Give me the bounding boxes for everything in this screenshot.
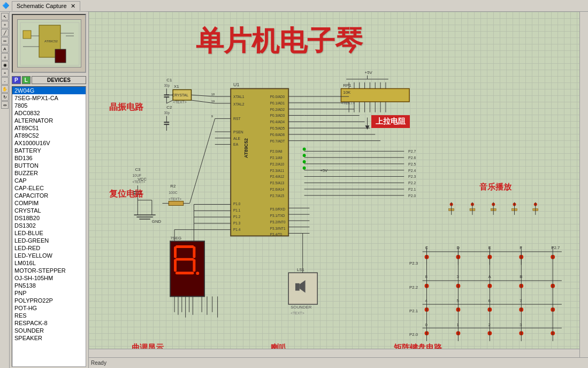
svg-rect-178 [175,272,194,274]
device-item-LED-YELLOW[interactable]: LED-YELLOW [12,252,86,259]
svg-point-233 [487,307,492,312]
svg-text:C3: C3 [135,167,141,172]
device-item-7SEG[interactable]: 7SEG-MPX1-CA [12,94,86,102]
device-item-POLYPRO22P[interactable]: POLYPRO22P [12,297,86,304]
circuit-title: 单片机电子琴 [196,22,363,60]
device-item-LED-GREEN[interactable]: LED-GREEN [12,237,86,244]
svg-text:P2.0/A8: P2.0/A8 [270,149,282,153]
vertical-scrollbar[interactable] [579,12,588,357]
tab-p[interactable]: P [12,76,21,84]
svg-text:<TEXT>: <TEXT> [169,197,181,201]
svg-point-242 [456,331,460,335]
device-item-AX1000U16V[interactable]: AX1000U16V [12,139,86,147]
svg-text:5: 5 [456,298,459,303]
device-item-CRYSTAL[interactable]: CRYSTAL [12,207,86,214]
svg-text:100C: 100C [169,191,177,194]
svg-text:ALE: ALE [233,137,240,140]
circuit-svg: AT89C52 U1 XTAL1 XTAL2 RST PSEN ALE EA P… [89,12,588,368]
svg-text:P0.2/AD2: P0.2/AD2 [270,108,285,111]
device-item-DS1302[interactable]: DS1302 [12,222,86,229]
rotate-tool[interactable]: ↻ [1,93,9,101]
svg-text:P3.3/INT1: P3.3/INT1 [270,227,286,230]
device-item-AT89C51[interactable]: AT89C51 [12,124,86,132]
tab-devices[interactable]: DEVICES [32,76,86,84]
power-tool[interactable]: ⏚ [1,53,9,61]
device-item-COMPIM[interactable]: COMPIM [12,199,86,207]
svg-text:U1: U1 [233,82,239,87]
device-list[interactable]: 2W04G 7SEG-MPX1-CA 7805 ADC0832 ALTERNAT… [12,86,86,367]
svg-text:P2.1: P2.1 [408,187,416,191]
svg-text:P2.5: P2.5 [408,162,416,166]
svg-text:10UF: 10UF [133,174,142,177]
svg-point-243 [487,331,492,335]
select-tool[interactable]: ↖ [1,13,9,20]
device-item-LED-BLUE[interactable]: LED-BLUE [12,229,86,237]
svg-text:P3.0/RXD: P3.0/RXD [270,207,286,211]
zoom-in-tool[interactable]: + [1,69,9,77]
svg-text:P2.0: P2.0 [409,332,418,337]
svg-rect-69 [173,89,191,100]
svg-text:<TEXT>: <TEXT> [341,101,355,105]
svg-text:E: E [488,245,491,250]
svg-text:P2.0: P2.0 [408,194,416,198]
device-item-BUZZER[interactable]: BUZZER [12,169,86,177]
svg-text:+5V: +5V [320,168,328,173]
svg-rect-177 [175,258,194,261]
device-item-ADC0832[interactable]: ADC0832 [12,109,86,117]
device-item-DS18B20[interactable]: DS18B20 [12,214,86,222]
svg-rect-174 [170,241,204,296]
device-item-LM016L[interactable]: LM016L [12,259,86,267]
device-item-RES[interactable]: RES [12,312,86,319]
zoom-out-tool[interactable]: - [1,77,9,85]
canvas-area[interactable]: AT89C52 U1 XTAL1 XTAL2 RST PSEN ALE EA P… [89,12,588,368]
svg-rect-262 [491,208,496,211]
device-item-CAPACITOR[interactable]: CAPACITOR [12,192,86,199]
device-item-MOTOR-STEPPER[interactable]: MOTOR-STEPPER [12,267,86,274]
component-tool[interactable]: + [1,21,9,28]
device-item-SPEAKER[interactable]: SPEAKER [12,334,86,342]
svg-text:P2.1: P2.1 [409,309,418,313]
mirror-tool[interactable]: ⇔ [1,101,9,109]
svg-text:P2.4/A12: P2.4/A12 [270,175,285,178]
svg-text:B: B [520,274,522,279]
device-item-CAP-ELEC[interactable]: CAP-ELEC [12,184,86,192]
svg-text:7SEG: 7SEG [170,236,181,241]
probe-tool[interactable]: ◉ [1,61,9,69]
svg-text:R2: R2 [170,184,175,189]
close-tab-icon[interactable]: ✕ [71,3,75,9]
svg-text:X1: X1 [174,84,179,89]
device-item-POT-HG[interactable]: POT-HG [12,304,86,312]
device-item-PNP[interactable]: PNP [12,289,86,297]
tab-l[interactable]: L [22,76,30,84]
svg-text:P1.0: P1.0 [233,202,241,206]
device-item-BUTTON[interactable]: BUTTON [12,162,86,169]
svg-line-88 [166,100,173,103]
device-item-2W04G[interactable]: 2W04G [12,87,86,94]
device-item-OJ-SH-105HM[interactable]: OJ-SH-105HM [12,274,86,282]
svg-text:P2.7: P2.7 [408,149,416,153]
device-item-BD136[interactable]: BD136 [12,154,86,162]
schematic-tab[interactable]: Schematic Capture ✕ [12,1,80,11]
svg-text:P0.3/AD3: P0.3/AD3 [270,114,285,117]
svg-text:EA: EA [233,142,239,146]
wire-tool[interactable]: ╱ [1,29,9,36]
svg-text:8: 8 [425,274,428,279]
pan-tool[interactable]: ✋ [1,85,9,93]
device-item-AT89C52[interactable]: AT89C52 [12,132,86,139]
device-item-BATTERY[interactable]: BATTERY [12,147,86,154]
svg-point-206 [456,255,460,259]
device-item-7805[interactable]: 7805 [12,102,86,109]
device-item-PN5138[interactable]: PN5138 [12,282,86,289]
svg-text:P3.1/TXD: P3.1/TXD [270,214,285,217]
bus-tool[interactable]: ═ [1,37,9,44]
device-item-RESPACK-8[interactable]: RESPACK-8 [12,319,86,327]
horizontal-scrollbar[interactable] [89,349,579,357]
svg-point-57 [303,147,306,151]
device-item-LED-RED[interactable]: LED-RED [12,244,86,252]
device-item-SOUNDER[interactable]: SOUNDER [12,327,86,334]
svg-text:P2.2: P2.2 [409,285,418,290]
device-item-ALTERNATOR[interactable]: ALTERNATOR [12,117,86,124]
label-tool[interactable]: A [1,45,9,52]
svg-point-256 [471,203,474,206]
device-item-CAP[interactable]: CAP [12,177,86,184]
